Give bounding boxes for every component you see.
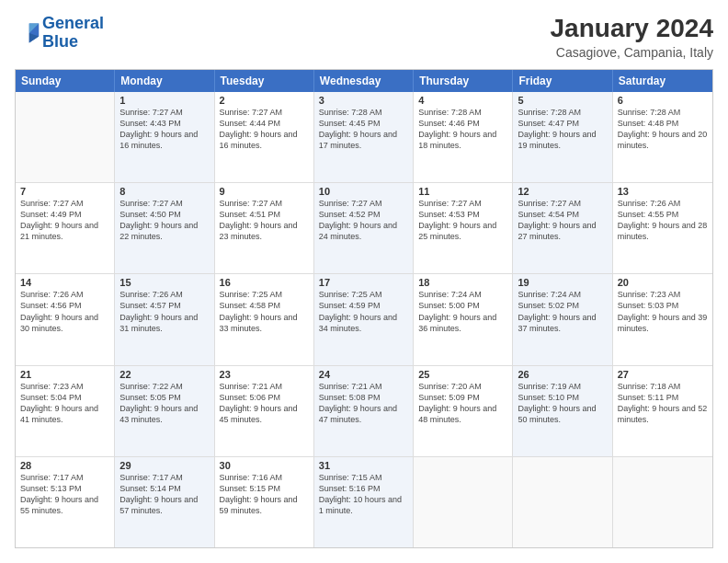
day-number: 30 bbox=[220, 460, 309, 471]
day-number: 5 bbox=[518, 95, 607, 106]
day-info: Sunrise: 7:28 AM Sunset: 4:46 PM Dayligh… bbox=[418, 107, 507, 152]
column-headers: SundayMondayTuesdayWednesdayThursdayFrid… bbox=[16, 70, 712, 92]
calendar: SundayMondayTuesdayWednesdayThursdayFrid… bbox=[15, 69, 713, 548]
day-number: 20 bbox=[618, 277, 708, 288]
day-cell: 7Sunrise: 7:27 AM Sunset: 4:49 PM Daylig… bbox=[16, 183, 115, 273]
day-info: Sunrise: 7:15 AM Sunset: 5:16 PM Dayligh… bbox=[319, 472, 408, 517]
col-header-monday: Monday bbox=[115, 70, 214, 92]
day-cell: 28Sunrise: 7:17 AM Sunset: 5:13 PM Dayli… bbox=[16, 457, 115, 547]
day-number: 16 bbox=[220, 277, 309, 288]
day-number: 3 bbox=[319, 95, 408, 106]
day-cell: 4Sunrise: 7:28 AM Sunset: 4:46 PM Daylig… bbox=[414, 92, 513, 182]
day-info: Sunrise: 7:27 AM Sunset: 4:49 PM Dayligh… bbox=[20, 198, 109, 243]
day-cell: 18Sunrise: 7:24 AM Sunset: 5:00 PM Dayli… bbox=[414, 274, 513, 364]
day-info: Sunrise: 7:28 AM Sunset: 4:48 PM Dayligh… bbox=[618, 107, 708, 152]
day-info: Sunrise: 7:16 AM Sunset: 5:15 PM Dayligh… bbox=[220, 472, 309, 517]
day-number: 17 bbox=[319, 277, 408, 288]
day-number: 8 bbox=[119, 186, 209, 197]
day-cell: 16Sunrise: 7:25 AM Sunset: 4:58 PM Dayli… bbox=[215, 274, 314, 364]
day-cell: 31Sunrise: 7:15 AM Sunset: 5:16 PM Dayli… bbox=[314, 457, 414, 547]
day-number: 26 bbox=[518, 369, 607, 380]
day-cell: 9Sunrise: 7:27 AM Sunset: 4:51 PM Daylig… bbox=[215, 183, 314, 273]
day-cell: 15Sunrise: 7:26 AM Sunset: 4:57 PM Dayli… bbox=[115, 274, 214, 364]
day-info: Sunrise: 7:28 AM Sunset: 4:47 PM Dayligh… bbox=[518, 107, 607, 152]
day-cell: 20Sunrise: 7:23 AM Sunset: 5:03 PM Dayli… bbox=[613, 274, 712, 364]
day-number: 31 bbox=[319, 460, 408, 471]
day-number: 28 bbox=[20, 460, 109, 471]
day-info: Sunrise: 7:20 AM Sunset: 5:09 PM Dayligh… bbox=[418, 381, 507, 426]
day-cell: 19Sunrise: 7:24 AM Sunset: 5:02 PM Dayli… bbox=[513, 274, 612, 364]
day-number: 10 bbox=[319, 186, 408, 197]
day-cell: 10Sunrise: 7:27 AM Sunset: 4:52 PM Dayli… bbox=[314, 183, 414, 273]
day-number: 12 bbox=[518, 186, 607, 197]
day-info: Sunrise: 7:19 AM Sunset: 5:10 PM Dayligh… bbox=[518, 381, 607, 426]
day-cell: 8Sunrise: 7:27 AM Sunset: 4:50 PM Daylig… bbox=[115, 183, 214, 273]
day-cell: 11Sunrise: 7:27 AM Sunset: 4:53 PM Dayli… bbox=[414, 183, 513, 273]
main-title: January 2024 bbox=[551, 15, 713, 43]
day-number: 14 bbox=[20, 277, 109, 288]
day-info: Sunrise: 7:24 AM Sunset: 5:02 PM Dayligh… bbox=[518, 289, 607, 334]
logo: General Blue bbox=[15, 15, 104, 52]
day-cell: 26Sunrise: 7:19 AM Sunset: 5:10 PM Dayli… bbox=[513, 366, 612, 456]
day-cell bbox=[16, 92, 115, 182]
title-area: January 2024 Casagiove, Campania, Italy bbox=[551, 15, 713, 60]
day-number: 1 bbox=[119, 95, 209, 106]
day-number: 18 bbox=[418, 277, 507, 288]
day-cell: 22Sunrise: 7:22 AM Sunset: 5:05 PM Dayli… bbox=[115, 366, 214, 456]
day-info: Sunrise: 7:27 AM Sunset: 4:54 PM Dayligh… bbox=[518, 198, 607, 243]
day-info: Sunrise: 7:17 AM Sunset: 5:14 PM Dayligh… bbox=[119, 472, 209, 517]
day-info: Sunrise: 7:27 AM Sunset: 4:53 PM Dayligh… bbox=[418, 198, 507, 243]
day-info: Sunrise: 7:21 AM Sunset: 5:06 PM Dayligh… bbox=[220, 381, 309, 426]
day-cell: 25Sunrise: 7:20 AM Sunset: 5:09 PM Dayli… bbox=[414, 366, 513, 456]
day-cell: 30Sunrise: 7:16 AM Sunset: 5:15 PM Dayli… bbox=[215, 457, 314, 547]
day-number: 11 bbox=[418, 186, 507, 197]
day-number: 13 bbox=[618, 186, 708, 197]
day-number: 27 bbox=[618, 369, 708, 380]
week-row: 7Sunrise: 7:27 AM Sunset: 4:49 PM Daylig… bbox=[16, 183, 712, 274]
day-cell: 5Sunrise: 7:28 AM Sunset: 4:47 PM Daylig… bbox=[513, 92, 612, 182]
page: General Blue January 2024 Casagiove, Cam… bbox=[0, 0, 728, 563]
day-number: 19 bbox=[518, 277, 607, 288]
day-cell: 13Sunrise: 7:26 AM Sunset: 4:55 PM Dayli… bbox=[613, 183, 712, 273]
day-info: Sunrise: 7:27 AM Sunset: 4:52 PM Dayligh… bbox=[319, 198, 408, 243]
day-number: 4 bbox=[418, 95, 507, 106]
day-info: Sunrise: 7:27 AM Sunset: 4:51 PM Dayligh… bbox=[220, 198, 309, 243]
day-info: Sunrise: 7:27 AM Sunset: 4:43 PM Dayligh… bbox=[119, 107, 209, 152]
day-cell: 12Sunrise: 7:27 AM Sunset: 4:54 PM Dayli… bbox=[513, 183, 612, 273]
subtitle: Casagiove, Campania, Italy bbox=[551, 45, 713, 60]
header: General Blue January 2024 Casagiove, Cam… bbox=[15, 15, 713, 60]
day-number: 23 bbox=[220, 369, 309, 380]
logo-text: General Blue bbox=[42, 15, 104, 52]
day-number: 6 bbox=[618, 95, 708, 106]
day-cell bbox=[513, 457, 612, 547]
day-cell: 24Sunrise: 7:21 AM Sunset: 5:08 PM Dayli… bbox=[314, 366, 414, 456]
day-info: Sunrise: 7:21 AM Sunset: 5:08 PM Dayligh… bbox=[319, 381, 408, 426]
day-cell: 3Sunrise: 7:28 AM Sunset: 4:45 PM Daylig… bbox=[314, 92, 414, 182]
day-cell: 23Sunrise: 7:21 AM Sunset: 5:06 PM Dayli… bbox=[215, 366, 314, 456]
day-cell: 29Sunrise: 7:17 AM Sunset: 5:14 PM Dayli… bbox=[115, 457, 214, 547]
day-info: Sunrise: 7:24 AM Sunset: 5:00 PM Dayligh… bbox=[418, 289, 507, 334]
col-header-saturday: Saturday bbox=[613, 70, 712, 92]
day-number: 15 bbox=[119, 277, 209, 288]
day-cell bbox=[613, 457, 712, 547]
day-number: 24 bbox=[319, 369, 408, 380]
day-info: Sunrise: 7:25 AM Sunset: 4:58 PM Dayligh… bbox=[220, 289, 309, 334]
week-row: 28Sunrise: 7:17 AM Sunset: 5:13 PM Dayli… bbox=[16, 457, 712, 547]
col-header-tuesday: Tuesday bbox=[215, 70, 314, 92]
day-info: Sunrise: 7:17 AM Sunset: 5:13 PM Dayligh… bbox=[20, 472, 109, 517]
day-cell: 1Sunrise: 7:27 AM Sunset: 4:43 PM Daylig… bbox=[115, 92, 214, 182]
week-row: 1Sunrise: 7:27 AM Sunset: 4:43 PM Daylig… bbox=[16, 92, 712, 183]
day-info: Sunrise: 7:28 AM Sunset: 4:45 PM Dayligh… bbox=[319, 107, 408, 152]
day-info: Sunrise: 7:26 AM Sunset: 4:56 PM Dayligh… bbox=[20, 289, 109, 334]
day-number: 25 bbox=[418, 369, 507, 380]
day-info: Sunrise: 7:18 AM Sunset: 5:11 PM Dayligh… bbox=[618, 381, 708, 426]
weeks: 1Sunrise: 7:27 AM Sunset: 4:43 PM Daylig… bbox=[16, 92, 712, 547]
col-header-friday: Friday bbox=[513, 70, 612, 92]
day-cell: 27Sunrise: 7:18 AM Sunset: 5:11 PM Dayli… bbox=[613, 366, 712, 456]
day-number: 29 bbox=[119, 460, 209, 471]
week-row: 14Sunrise: 7:26 AM Sunset: 4:56 PM Dayli… bbox=[16, 274, 712, 365]
week-row: 21Sunrise: 7:23 AM Sunset: 5:04 PM Dayli… bbox=[16, 366, 712, 457]
day-cell: 6Sunrise: 7:28 AM Sunset: 4:48 PM Daylig… bbox=[613, 92, 712, 182]
day-info: Sunrise: 7:27 AM Sunset: 4:44 PM Dayligh… bbox=[220, 107, 309, 152]
col-header-thursday: Thursday bbox=[414, 70, 513, 92]
